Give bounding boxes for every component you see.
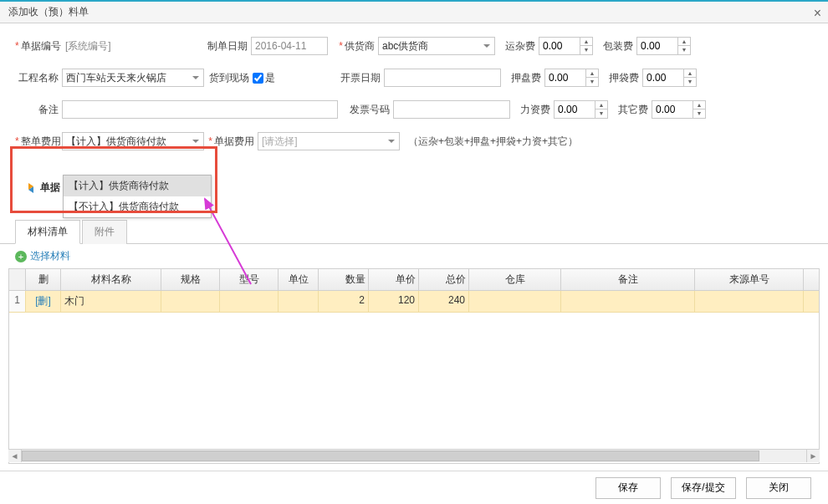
spin-freight[interactable]: ▲▼ (539, 37, 593, 55)
spin-other[interactable]: ▲▼ (652, 100, 706, 119)
label-supplier: *供货商 (328, 39, 378, 53)
label-project: 工程名称 (15, 71, 62, 85)
checkbox-arrive[interactable] (253, 73, 263, 84)
form-row-2: 工程名称 西门车站天天来火锅店 货到现场 是 开票日期 押盘费 ▲▼ 押袋费 ▲… (15, 68, 813, 88)
form-row-3: 备注 发票号码 力资费 ▲▼ 其它费 ▲▼ (15, 99, 813, 120)
col-src: 来源单号 (695, 269, 804, 290)
spin-up-icon[interactable]: ▲ (595, 101, 607, 109)
label-arrive-yes: 是 (265, 71, 335, 85)
label-invoice-no: 发票号码 (338, 103, 393, 117)
fee-note: （运杂+包装+押盘+押袋+力资+其它） (408, 135, 578, 149)
label-packing: 包装费 (593, 39, 636, 53)
table-row[interactable]: 1 [删] 木门 2 120 240 (9, 291, 819, 313)
cell-index: 1 (9, 291, 26, 312)
label-remark: 备注 (15, 103, 62, 117)
col-spec: 规格 (161, 269, 220, 290)
spin-bag[interactable]: ▲▼ (642, 69, 697, 87)
spin-labor[interactable]: ▲▼ (554, 100, 608, 119)
spin-up-icon[interactable]: ▲ (580, 38, 592, 46)
spin-up-icon[interactable]: ▲ (693, 101, 705, 109)
spin-up-icon[interactable]: ▲ (684, 69, 696, 78)
select-item-fee[interactable]: [请选择] (258, 132, 400, 150)
col-total: 总价 (419, 269, 469, 290)
col-remark: 备注 (561, 269, 695, 290)
col-index (9, 269, 26, 290)
cell-price[interactable]: 120 (369, 291, 419, 312)
label-invoice-date: 开票日期 (335, 71, 384, 85)
col-name: 材料名称 (61, 269, 161, 290)
spin-down-icon[interactable]: ▼ (678, 46, 690, 54)
cell-remark[interactable] (561, 291, 695, 312)
spin-down-icon[interactable]: ▼ (580, 46, 592, 54)
select-project[interactable]: 西门车站天天来火锅店 (62, 69, 204, 87)
col-unit: 单位 (279, 269, 319, 290)
scroll-thumb[interactable] (22, 451, 759, 461)
spin-down-icon[interactable]: ▼ (586, 78, 598, 86)
cell-name[interactable]: 木门 (61, 291, 161, 312)
input-remark[interactable] (62, 100, 338, 119)
spin-down-icon[interactable]: ▼ (693, 109, 705, 118)
label-item-fee: *单据费用 (204, 135, 258, 149)
dropdown-item-exclude[interactable]: 【不计入】供货商待付款 (64, 196, 211, 217)
add-material-link[interactable]: 选择材料 (30, 249, 70, 263)
dropdown-item-include[interactable]: 【计入】供货商待付款 (64, 176, 211, 196)
form-row-4: *整单费用 【计入】供货商待付款 *单据费用 [请选择] （运杂+包装+押盘+押… (15, 131, 813, 151)
form-row-1: *单据编号 [系统编号] 制单日期 *供货商 abc供货商 运杂费 ▲▼ 包装费… (15, 36, 813, 56)
dropdown-total-fee: 【计入】供货商待付款 【不计入】供货商待付款 (63, 175, 212, 218)
label-labor: 力资费 (510, 103, 554, 117)
cell-src[interactable] (695, 291, 804, 312)
cell-spec[interactable] (161, 291, 220, 312)
label-doc-no: *单据编号 (15, 39, 62, 53)
close-icon[interactable]: × (814, 6, 821, 21)
input-invoice-no[interactable] (393, 100, 510, 119)
col-del: 删 (26, 269, 61, 290)
cell-model[interactable] (220, 291, 279, 312)
doc-arrow-icon (25, 183, 37, 193)
cell-total[interactable]: 240 (419, 291, 469, 312)
cell-qty[interactable]: 2 (319, 291, 369, 312)
spin-pallet[interactable]: ▲▼ (544, 69, 599, 87)
cell-unit[interactable] (279, 291, 319, 312)
save-button[interactable]: 保存 (595, 477, 661, 499)
label-bag: 押袋费 (599, 71, 642, 85)
col-wh: 仓库 (469, 269, 561, 290)
tab-attachments[interactable]: 附件 (82, 220, 127, 244)
value-doc-no: [系统编号] (62, 39, 204, 53)
grid-header: 删 材料名称 规格 型号 单位 数量 单价 总价 仓库 备注 来源单号 (9, 269, 819, 291)
spin-up-icon[interactable]: ▲ (678, 38, 690, 46)
select-total-fee[interactable]: 【计入】供货商待付款 (62, 132, 204, 150)
doc-short-label: 单据 (40, 181, 60, 195)
label-arrive: 货到现场 (204, 71, 253, 85)
tab-materials[interactable]: 材料清单 (15, 220, 80, 244)
spin-down-icon[interactable]: ▼ (684, 78, 696, 86)
col-qty: 数量 (319, 269, 369, 290)
scroll-right-icon[interactable]: ► (806, 450, 820, 462)
label-pallet: 押盘费 (501, 71, 544, 85)
form-area: *单据编号 [系统编号] 制单日期 *供货商 abc供货商 运杂费 ▲▼ 包装费… (0, 23, 828, 167)
titlebar: 添加收（预）料单 × (0, 0, 828, 23)
grid-materials: 删 材料名称 规格 型号 单位 数量 单价 总价 仓库 备注 来源单号 1 [删… (8, 268, 820, 464)
input-invoice-date[interactable] (384, 69, 501, 87)
spin-down-icon[interactable]: ▼ (595, 109, 607, 118)
label-make-date: 制单日期 (204, 39, 251, 53)
tabs: 材料清单 附件 (0, 219, 828, 244)
label-other: 其它费 (608, 103, 652, 117)
grid-toolbar: + 选择材料 (0, 244, 828, 268)
select-supplier[interactable]: abc供货商 (378, 37, 495, 55)
save-submit-button[interactable]: 保存/提交 (671, 477, 736, 499)
horizontal-scrollbar[interactable]: ◄ ► (8, 449, 820, 462)
footer: 保存 保存/提交 关闭 (0, 471, 828, 504)
col-price: 单价 (369, 269, 419, 290)
input-make-date[interactable] (251, 37, 328, 55)
spin-packing[interactable]: ▲▼ (636, 37, 691, 55)
cell-wh[interactable] (469, 291, 561, 312)
col-model: 型号 (220, 269, 279, 290)
label-total-fee: *整单费用 (15, 135, 62, 149)
label-freight: 运杂费 (495, 39, 539, 53)
delete-link[interactable]: [删] (35, 295, 51, 307)
scroll-left-icon[interactable]: ◄ (8, 450, 22, 462)
doc-shortcut[interactable]: 单据 (25, 181, 60, 195)
spin-up-icon[interactable]: ▲ (586, 69, 598, 78)
window-title: 添加收（预）料单 (8, 5, 89, 19)
close-button[interactable]: 关闭 (746, 477, 811, 499)
